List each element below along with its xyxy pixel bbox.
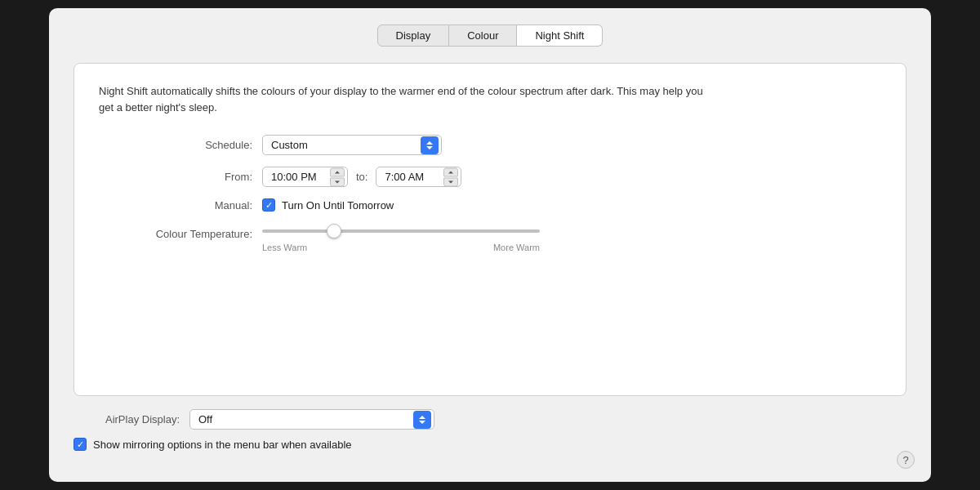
airplay-row: AirPlay Display: Off On bbox=[74, 409, 906, 430]
more-warm-label: More Warm bbox=[493, 243, 540, 252]
slider-thumb[interactable] bbox=[327, 224, 341, 238]
content-box: Night Shift automatically shifts the col… bbox=[74, 63, 906, 396]
from-stepper-down[interactable] bbox=[330, 177, 345, 186]
from-stepper-up[interactable] bbox=[330, 167, 345, 176]
slider-labels: Less Warm More Warm bbox=[262, 243, 540, 252]
mirror-row: ✓ Show mirroring options in the menu bar… bbox=[74, 438, 906, 451]
manual-checkbox-row: ✓ Turn On Until Tomorrow bbox=[262, 198, 394, 212]
time-field-wrapper: to: bbox=[262, 167, 461, 187]
tab-display[interactable]: Display bbox=[377, 24, 450, 47]
mirror-label: Show mirroring options in the menu bar w… bbox=[93, 439, 352, 451]
tab-colour[interactable]: Colour bbox=[449, 24, 517, 47]
to-stepper bbox=[443, 167, 458, 186]
schedule-label: Schedule: bbox=[99, 139, 262, 151]
from-label: From: bbox=[99, 171, 262, 183]
bottom-section: AirPlay Display: Off On ✓ Show mirroring… bbox=[74, 409, 906, 466]
slider-track-wrapper bbox=[262, 223, 540, 239]
less-warm-label: Less Warm bbox=[262, 243, 307, 252]
airplay-select[interactable]: Off On bbox=[189, 409, 434, 430]
airplay-select-wrapper: Off On bbox=[189, 409, 434, 430]
airplay-label: AirPlay Display: bbox=[74, 413, 180, 425]
to-stepper-up[interactable] bbox=[443, 167, 458, 176]
night-shift-description: Night Shift automatically shifts the col… bbox=[99, 83, 703, 115]
manual-checkbox-label: Turn On Until Tomorrow bbox=[282, 199, 394, 212]
tab-night-shift[interactable]: Night Shift bbox=[517, 24, 603, 47]
to-time-group bbox=[376, 167, 461, 187]
time-row: From: to: bbox=[99, 167, 881, 187]
schedule-row: Schedule: Off Sunrise to Sunset Custom bbox=[99, 135, 881, 155]
tab-bar: Display Colour Night Shift bbox=[74, 24, 906, 47]
help-button[interactable]: ? bbox=[897, 451, 915, 469]
slider-track bbox=[262, 229, 540, 233]
from-time-group bbox=[262, 167, 348, 187]
colour-temp-row: Colour Temperature: Less Warm More Warm bbox=[99, 223, 881, 252]
from-stepper bbox=[330, 167, 345, 186]
mirror-checkmark-icon: ✓ bbox=[77, 440, 84, 449]
mirror-checkbox[interactable]: ✓ bbox=[74, 438, 87, 451]
schedule-select[interactable]: Off Sunrise to Sunset Custom bbox=[262, 135, 442, 155]
schedule-select-wrapper: Off Sunrise to Sunset Custom bbox=[262, 135, 442, 155]
manual-checkbox[interactable]: ✓ bbox=[262, 198, 275, 212]
colour-temp-label: Colour Temperature: bbox=[99, 223, 262, 240]
main-panel: Display Colour Night Shift Night Shift a… bbox=[49, 8, 931, 482]
checkmark-icon: ✓ bbox=[265, 201, 273, 210]
manual-label: Manual: bbox=[99, 199, 262, 212]
to-stepper-down[interactable] bbox=[443, 177, 458, 186]
slider-container: Less Warm More Warm bbox=[262, 223, 540, 252]
manual-row: Manual: ✓ Turn On Until Tomorrow bbox=[99, 198, 881, 212]
to-label: to: bbox=[356, 171, 368, 183]
